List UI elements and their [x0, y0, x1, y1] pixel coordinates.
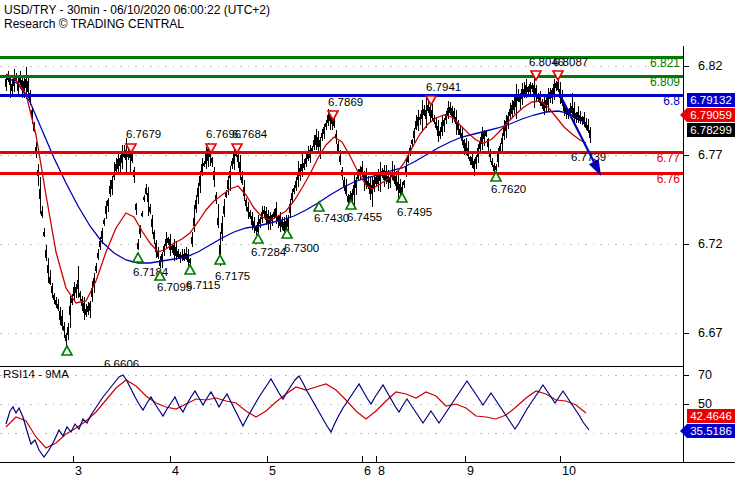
- badge-arrow: [680, 108, 687, 122]
- x-axis-tick-label: 8: [378, 464, 385, 478]
- pivot-low-marker: [62, 346, 72, 355]
- y-axis-tick-label: 6.77: [698, 148, 722, 162]
- pivot-low-label: 6.7284: [251, 246, 287, 258]
- pivot-low-marker: [215, 255, 225, 264]
- price-badge-value: 6.78299: [690, 124, 732, 136]
- pivot-low-label: 6.7455: [347, 211, 382, 223]
- price-badge-black: 6.78299: [687, 123, 735, 137]
- price-badge-red: 6.79059: [687, 108, 735, 122]
- gridlines: [0, 67, 683, 434]
- pivot-high-label: 6.7684: [232, 128, 268, 140]
- x-axis-tick-label: 4: [172, 464, 179, 478]
- rsi-panel: [6, 375, 589, 457]
- forecast-arrow: [560, 95, 601, 176]
- y-axis-tick-label: 6.72: [698, 237, 722, 251]
- level-label-pivot: 6.8: [663, 94, 680, 108]
- chart-window: USD/TRY - 30min - 06/10/2020 06:00:22 (U…: [0, 0, 735, 480]
- x-axis-tick-label: 9: [467, 464, 474, 478]
- level-label-resistance: 6.809: [650, 75, 680, 89]
- level-label-resistance: 6.821: [650, 56, 680, 70]
- x-axis-tick-label: 10: [562, 464, 576, 478]
- x-axis-tick-label: 5: [269, 464, 276, 478]
- rsi-badge-value: 35.5186: [690, 425, 732, 437]
- pivot-low-marker: [185, 265, 195, 274]
- price-badge-value: 6.79132: [690, 94, 732, 106]
- ma-slow-line: [7, 77, 586, 263]
- price-badge-blue: 6.79132: [687, 93, 735, 107]
- x-axis-tick-label: 6: [364, 464, 371, 478]
- y-axis-tick-label: 6.82: [698, 59, 722, 73]
- x-axis-tick-label: 3: [75, 464, 82, 478]
- axes: [0, 46, 735, 463]
- y-axis-tick-label: 70: [698, 368, 712, 382]
- pivot-high-label: 6.7679: [126, 128, 161, 140]
- rsi-badge-rsi: 35.5186: [687, 424, 735, 438]
- level-label-support: 6.77: [657, 151, 681, 165]
- level-label-support: 6.76: [657, 172, 681, 186]
- badge-arrow: [680, 424, 687, 438]
- pivot-low-marker: [253, 234, 263, 243]
- pivot-low-label: 6.7430: [314, 212, 349, 224]
- pivot-low-label: 6.7620: [491, 183, 526, 195]
- pivot-high-label: 6.8087: [553, 56, 588, 68]
- pivot-high-label: 6.7941: [426, 81, 461, 93]
- rsi-ma-line: [6, 380, 586, 448]
- pivot-low-label: 6.7175: [215, 270, 250, 282]
- rsi-badge-ma: 42.4646: [687, 409, 735, 423]
- pivot-low-marker: [314, 202, 324, 211]
- y-axis-tick-label: 6.67: [698, 326, 722, 340]
- pivot-low-marker: [133, 253, 143, 262]
- pivot-low-label: 6.7495: [397, 206, 432, 218]
- pivot-low-label: 6.6606: [104, 358, 139, 370]
- candlesticks: [6, 67, 590, 347]
- price-badge-value: 6.79059: [690, 109, 732, 121]
- pivot-low-label: 6.7300: [284, 242, 319, 254]
- price-chart: 6.8216.8096.86.776.766.76796.76966.76846…: [0, 0, 735, 480]
- rsi-badge-value: 42.4646: [690, 410, 732, 422]
- pivot-high-label: 6.7869: [328, 96, 363, 108]
